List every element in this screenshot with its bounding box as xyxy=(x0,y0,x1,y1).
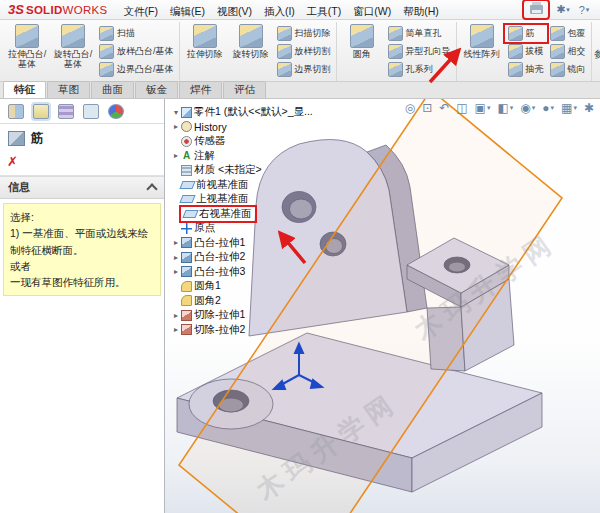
revolve-boss-button[interactable]: 旋转凸台/基体 xyxy=(50,22,96,70)
tree-item-凸台-拉伸2[interactable]: 凸台-拉伸2 xyxy=(181,250,245,264)
previous-view-icon[interactable]: ↶ xyxy=(439,101,449,115)
annotations-icon: A xyxy=(181,151,192,161)
expand-arrow-icon[interactable]: ▸ xyxy=(171,253,181,262)
zoom-area-icon[interactable]: ⊡ xyxy=(422,101,432,115)
edit-appearance-icon[interactable]: ●▾ xyxy=(542,101,554,115)
expand-arrow-icon[interactable]: ▸ xyxy=(171,311,181,320)
tree-item-右视基准面[interactable]: 右视基准面 xyxy=(179,205,257,223)
display-manager-tab-icon[interactable] xyxy=(108,104,124,119)
menu-窗口(W)[interactable]: 窗口(W) xyxy=(347,3,397,19)
tree-item-label: 零件1 (默认<<默认>_显... xyxy=(194,105,313,119)
tree-row: 右视基准面 xyxy=(171,207,313,222)
view-settings-icon[interactable]: ✱ xyxy=(584,101,594,115)
tab-特征[interactable]: 特征 xyxy=(3,81,46,98)
wrap-button[interactable]: 包覆 xyxy=(547,25,589,42)
expand-arrow-icon[interactable]: ▸ xyxy=(171,122,181,131)
tree-item-传感器[interactable]: 传感器 xyxy=(181,134,226,148)
fillet-button[interactable]: 圆角 xyxy=(339,22,385,59)
tab-焊件[interactable]: 焊件 xyxy=(179,81,222,98)
revolve-boss-icon xyxy=(61,24,85,48)
tree-item-label: History xyxy=(194,121,227,133)
tree-item-label: 传感器 xyxy=(194,134,226,148)
reference-geometry-button[interactable]: 参考几何体 xyxy=(594,22,600,59)
linear-pattern-button[interactable]: 线性阵列 xyxy=(459,22,505,59)
tab-曲面[interactable]: 曲面 xyxy=(91,81,134,98)
dimxpert-manager-tab-icon[interactable] xyxy=(83,104,99,119)
menu-帮助(H)[interactable]: 帮助(H) xyxy=(397,3,445,19)
graphics-viewport[interactable]: 木玛升学网 木玛升学网 ◎⊡↶◫▣▾◧▾◉▾●▾▦▾✱ ▾零件1 (默认<<默认… xyxy=(165,99,600,513)
tab-评估[interactable]: 评估 xyxy=(223,81,266,98)
cut-sweep-button[interactable]: 扫描切除 xyxy=(274,25,334,42)
ribbon-group: 参考几何体曲线 xyxy=(592,22,600,81)
options-gear-icon[interactable]: ✱▾ xyxy=(555,2,571,17)
feature-manager-tab-icon[interactable] xyxy=(8,104,24,119)
expand-arrow-icon[interactable]: ▸ xyxy=(171,238,181,247)
tree-item-注解[interactable]: A注解 xyxy=(181,149,215,163)
tree-item-切除-拉伸2[interactable]: 切除-拉伸2 xyxy=(181,323,245,337)
hole-wizard-button[interactable]: 异型孔向导 xyxy=(385,43,454,60)
tree-item-History[interactable]: History xyxy=(181,121,227,133)
simple-hole-button[interactable]: 简单直孔 xyxy=(385,25,454,42)
ribbon-stack: 包覆相交镜向 xyxy=(547,22,589,78)
tab-钣金[interactable]: 钣金 xyxy=(135,81,178,98)
hole-series-icon xyxy=(388,62,403,77)
tab-草图[interactable]: 草图 xyxy=(47,81,90,98)
shell-button[interactable]: 抽壳 xyxy=(505,61,547,78)
loft-boss-button[interactable]: 放样凸台/基体 xyxy=(96,43,177,60)
tree-item-圆角1[interactable]: 圆角1 xyxy=(181,279,221,293)
intersect-button[interactable]: 相交 xyxy=(547,43,589,60)
section-view-icon[interactable]: ◫ xyxy=(456,101,467,115)
tree-item-凸台-拉伸1[interactable]: 凸台-拉伸1 xyxy=(181,236,245,250)
menu-编辑(E)[interactable]: 编辑(E) xyxy=(164,3,211,19)
tree-row: 圆角2 xyxy=(171,294,313,309)
expand-arrow-icon[interactable]: ▾ xyxy=(171,108,181,117)
property-title-row: 筋 xyxy=(0,124,164,151)
property-manager-tab-icon[interactable] xyxy=(33,104,49,119)
boss-extrude-button[interactable]: 拉伸凸台/基体 xyxy=(4,22,50,70)
caret-icon: ▾ xyxy=(532,104,536,112)
print-icon[interactable] xyxy=(522,0,550,20)
display-style-icon[interactable]: ◧▾ xyxy=(497,101,513,115)
caret-icon: ▾ xyxy=(573,104,577,112)
menu-文件(F)[interactable]: 文件(F) xyxy=(118,3,164,19)
cut-revolve-icon xyxy=(239,24,263,48)
help-icon[interactable]: ?▾ xyxy=(576,2,592,17)
menu-插入(I)[interactable]: 插入(I) xyxy=(258,3,301,19)
tree-item-材质 <未指定>[interactable]: 材质 <未指定> xyxy=(181,163,262,177)
tree-item-切除-拉伸1[interactable]: 切除-拉伸1 xyxy=(181,308,245,322)
boundary-boss-button[interactable]: 边界凸台/基体 xyxy=(96,61,177,78)
cut-extrude-button[interactable]: 拉伸切除 xyxy=(182,22,228,59)
view-orientation-icon[interactable]: ▣▾ xyxy=(475,101,491,115)
cancel-icon[interactable]: ✗ xyxy=(7,154,18,169)
hide-show-items-icon[interactable]: ◉▾ xyxy=(520,101,535,115)
hole-series-button[interactable]: 孔系列 xyxy=(385,61,454,78)
cut-loft-button[interactable]: 放样切割 xyxy=(274,43,334,60)
expand-arrow-icon[interactable]: ▸ xyxy=(171,151,181,160)
menu-视图(V)[interactable]: 视图(V) xyxy=(211,3,258,19)
tree-item-原点[interactable]: 原点 xyxy=(181,221,215,235)
ribbon-group: 线性阵列筋拔模抽壳包覆相交镜向 xyxy=(457,22,592,81)
apply-scene-icon[interactable]: ▦▾ xyxy=(561,101,577,115)
rib-button[interactable]: 筋 xyxy=(505,25,547,42)
tree-row: ▸History xyxy=(171,120,313,135)
cut-boundary-button[interactable]: 边界切割 xyxy=(274,61,334,78)
info-section-header[interactable]: 信息 xyxy=(0,176,164,199)
expand-arrow-icon[interactable]: ▸ xyxy=(171,325,181,334)
draft-button[interactable]: 拔模 xyxy=(505,43,547,60)
tree-item-前视基准面[interactable]: 前视基准面 xyxy=(181,178,249,192)
menubar-right-icons: ✱▾?▾ xyxy=(522,0,596,20)
tree-item-零件1 (默认<<默认>_显...[interactable]: 零件1 (默认<<默认>_显... xyxy=(181,105,313,119)
tree-item-label: 凸台-拉伸1 xyxy=(194,236,245,250)
property-title: 筋 xyxy=(31,130,44,147)
expand-arrow-icon[interactable]: ▸ xyxy=(171,267,181,276)
sweep-button[interactable]: 扫描 xyxy=(96,25,177,42)
material-icon xyxy=(181,165,192,176)
menu-工具(T)[interactable]: 工具(T) xyxy=(301,3,347,19)
mirror-button[interactable]: 镜向 xyxy=(547,61,589,78)
zoom-fit-icon[interactable]: ◎ xyxy=(405,101,415,115)
tree-item-圆角2[interactable]: 圆角2 xyxy=(181,294,221,308)
tree-item-凸台-拉伸3[interactable]: 凸台-拉伸3 xyxy=(181,265,245,279)
ribbon-button-label: 扫描 xyxy=(117,27,135,40)
configuration-manager-tab-icon[interactable] xyxy=(58,104,74,119)
cut-revolve-button[interactable]: 旋转切除 xyxy=(228,22,274,59)
